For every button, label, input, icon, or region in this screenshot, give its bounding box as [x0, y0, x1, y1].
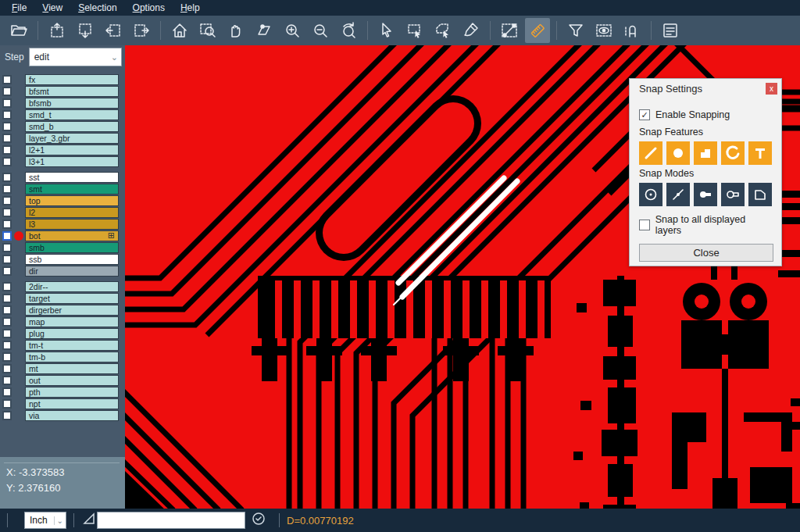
layer-row[interactable]: l2 [0, 206, 125, 218]
layer-label[interactable]: via [25, 410, 119, 421]
layer-visibility-checkbox[interactable] [2, 411, 12, 420]
layer-row[interactable]: mt [0, 362, 125, 374]
layer-visibility-checkbox[interactable] [2, 399, 12, 409]
layer-row[interactable]: sst [0, 171, 125, 183]
layer-label[interactable]: l3 [25, 219, 119, 230]
zoom-in-button[interactable] [280, 18, 305, 43]
layer-visibility-checkbox[interactable] [2, 184, 12, 194]
snap-all-layers-checkbox[interactable] [639, 220, 650, 230]
layer-row[interactable]: map [0, 316, 125, 327]
layer-row[interactable]: tm-b [0, 351, 125, 362]
snap-feature-pad-button[interactable] [694, 141, 717, 165]
step-select[interactable]: edit ⌄ [29, 48, 122, 66]
layer-label[interactable]: smt [25, 184, 119, 195]
pan-up-button[interactable] [45, 18, 70, 43]
report-button[interactable] [658, 18, 683, 43]
layer-label[interactable]: sst [25, 172, 119, 183]
polygon-select-button[interactable] [430, 18, 455, 43]
snap-mode-slot-filled-button[interactable] [694, 183, 717, 206]
layer-visibility-checkbox[interactable] [2, 208, 12, 217]
snap-feature-line-button[interactable] [639, 141, 662, 165]
home-view-button[interactable] [167, 18, 192, 43]
layer-visibility-checkbox[interactable] [2, 145, 12, 155]
layer-row[interactable]: via [0, 409, 125, 421]
layer-row[interactable]: top [0, 195, 125, 206]
zoom-polygon-button[interactable] [252, 18, 277, 43]
command-input[interactable] [97, 512, 245, 529]
layer-row[interactable]: l2+1 [0, 144, 125, 155]
dialog-close-button[interactable]: x [766, 83, 777, 95]
layer-visibility-checkbox[interactable] [2, 122, 12, 131]
layer-visibility-checkbox[interactable] [2, 134, 12, 143]
unit-select[interactable]: Inch ⌄ [24, 512, 66, 529]
layer-row[interactable]: smd_t [0, 109, 125, 120]
layer-row[interactable]: smt [0, 183, 125, 195]
snap-mode-outline-button[interactable] [748, 183, 772, 206]
layer-label[interactable]: l3+1 [25, 156, 119, 167]
layer-row[interactable]: out [0, 374, 125, 386]
angle-tool-icon[interactable] [81, 511, 97, 530]
layer-label[interactable]: fx [25, 74, 119, 85]
brush-button[interactable] [459, 18, 484, 43]
layer-visibility-checkbox[interactable] [2, 110, 12, 120]
zoom-out-button[interactable] [308, 18, 333, 43]
layer-row[interactable]: l3+1 [0, 155, 125, 167]
layer-label[interactable]: bot⊞ [25, 230, 119, 241]
enable-snapping-row[interactable]: ✓ Enable Snapping [639, 109, 772, 120]
measure-distance-button[interactable] [497, 18, 522, 43]
pan-down-button[interactable] [73, 18, 98, 43]
pan-left-button[interactable] [101, 18, 126, 43]
layer-label[interactable]: pth [25, 387, 119, 398]
layer-visibility-checkbox[interactable] [2, 255, 12, 264]
menu-help[interactable]: Help [173, 1, 207, 15]
zoom-window-button[interactable] [195, 18, 220, 43]
view-area-button[interactable] [591, 18, 616, 43]
snap-feature-circle-button[interactable] [666, 141, 690, 165]
menu-selection[interactable]: Selection [71, 1, 123, 15]
layer-visibility-checkbox[interactable] [2, 282, 12, 291]
layer-label[interactable]: l2+1 [25, 145, 119, 155]
layer-visibility-checkbox[interactable] [2, 266, 12, 276]
layer-label[interactable]: bfsmb [25, 98, 119, 109]
zoom-previous-button[interactable] [336, 18, 361, 43]
layer-row[interactable]: l3 [0, 218, 125, 230]
layer-row[interactable]: smd_b [0, 120, 125, 132]
layer-visibility-checkbox[interactable] [2, 196, 12, 205]
dialog-title-bar[interactable]: Snap Settings x [630, 79, 781, 98]
menu-file[interactable]: File [5, 1, 34, 15]
layer-visibility-checkbox[interactable] [2, 305, 12, 315]
layer-visibility-checkbox[interactable] [2, 220, 12, 229]
layer-row[interactable]: smb [0, 241, 125, 253]
layer-row[interactable]: bfsmb [0, 97, 125, 109]
layer-label[interactable]: dir [25, 266, 119, 277]
layer-label[interactable]: smb [25, 242, 119, 253]
layer-label[interactable]: layer_3.gbr [25, 133, 119, 144]
layer-label[interactable]: dirgerber [25, 305, 119, 316]
layer-label[interactable]: target [25, 293, 119, 304]
layer-row[interactable]: npt [0, 398, 125, 409]
layer-label[interactable]: tm-t [25, 340, 119, 351]
layer-row[interactable]: target [0, 292, 125, 304]
layer-visibility-checkbox[interactable] [2, 387, 12, 397]
snap-mode-midpoint-button[interactable] [666, 183, 690, 206]
layer-row[interactable]: 2dir-- [0, 280, 125, 292]
layer-visibility-checkbox[interactable] [2, 376, 12, 385]
layer-label[interactable]: smd_b [25, 121, 119, 132]
snap-mode-slot-button[interactable] [721, 183, 745, 206]
layer-label[interactable]: 2dir-- [25, 281, 119, 292]
layer-visibility-checkbox[interactable] [2, 75, 12, 84]
layer-row[interactable]: layer_3.gbr [0, 132, 125, 144]
snap-feature-arc-button[interactable] [721, 141, 745, 165]
layer-label[interactable]: mt [25, 363, 119, 374]
pan-hand-button[interactable] [223, 18, 248, 43]
layer-row[interactable]: bfsmt [0, 85, 125, 97]
layer-visibility-checkbox[interactable] [2, 352, 12, 362]
layer-visibility-checkbox[interactable] [2, 364, 12, 373]
snap-feature-text-button[interactable] [748, 141, 772, 165]
snap-all-layers-row[interactable]: Snap to all displayed layers [639, 214, 772, 236]
snap-close-button[interactable]: Close [639, 244, 773, 262]
layer-label[interactable]: plug [25, 328, 119, 339]
menu-view[interactable]: View [35, 1, 70, 15]
layer-row[interactable]: dirgerber [0, 304, 125, 316]
layer-label[interactable]: map [25, 316, 119, 327]
